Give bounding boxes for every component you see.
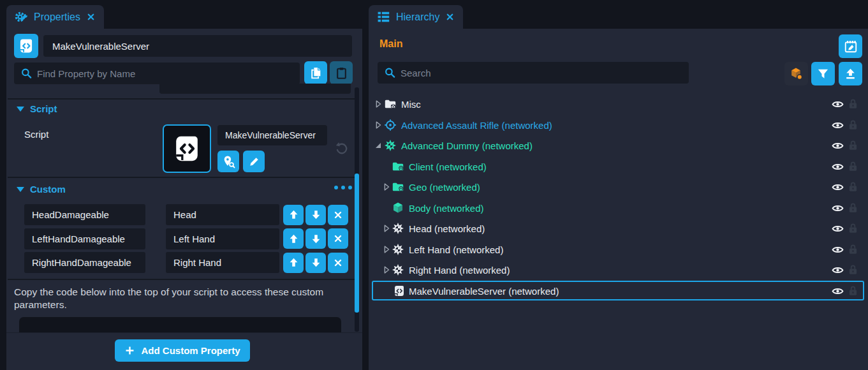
collapse-triangle-icon bbox=[17, 187, 24, 192]
custom-help-text: Copy the code below into the top of your… bbox=[14, 286, 348, 311]
lock-icon[interactable] bbox=[848, 98, 858, 109]
script-name-input[interactable] bbox=[43, 35, 352, 57]
paste-properties-button[interactable] bbox=[330, 61, 353, 84]
tree-row-right-hand[interactable]: Right Hand (networked) bbox=[372, 260, 864, 279]
tree-row-client[interactable]: Client (networked) bbox=[372, 156, 864, 176]
publish-button[interactable] bbox=[839, 62, 862, 85]
lock-icon[interactable] bbox=[848, 161, 858, 172]
tree-row-head[interactable]: Head (networked) bbox=[372, 218, 864, 238]
eye-icon[interactable] bbox=[832, 121, 844, 130]
dummy-burst-icon bbox=[392, 263, 404, 276]
pin-search-icon bbox=[222, 155, 235, 168]
more-options-icon[interactable] bbox=[334, 186, 352, 189]
down-arrow-icon bbox=[310, 256, 322, 269]
eye-icon[interactable] bbox=[832, 265, 844, 275]
locate-script-button[interactable] bbox=[217, 151, 239, 172]
lock-icon[interactable] bbox=[848, 202, 858, 213]
lock-icon[interactable] bbox=[848, 264, 858, 275]
add-custom-property-button[interactable]: Add Custom Property bbox=[115, 339, 250, 362]
script-section-title: Script bbox=[30, 103, 57, 114]
package-button[interactable] bbox=[784, 62, 808, 85]
custom-section-header[interactable]: Custom bbox=[17, 184, 66, 195]
eye-icon[interactable] bbox=[832, 286, 844, 296]
move-down-button[interactable] bbox=[305, 253, 326, 273]
expander-collapsed-icon[interactable] bbox=[381, 223, 392, 233]
eye-icon[interactable] bbox=[832, 204, 844, 213]
lock-icon[interactable] bbox=[848, 244, 858, 255]
divider bbox=[8, 279, 356, 280]
tree-row-label: Advanced Dummy (networked) bbox=[401, 140, 533, 151]
scrollbar-thumb[interactable] bbox=[355, 174, 359, 313]
filter-button[interactable] bbox=[811, 62, 835, 85]
scrollbar-track[interactable] bbox=[355, 87, 359, 332]
move-up-button[interactable] bbox=[283, 253, 304, 273]
remove-button[interactable] bbox=[328, 253, 348, 273]
clipped-property-field bbox=[159, 84, 351, 94]
custom-name-field[interactable]: LeftHandDamageable bbox=[24, 228, 145, 249]
lock-icon[interactable] bbox=[848, 181, 858, 192]
tab-hierarchy[interactable]: Hierarchy bbox=[369, 5, 463, 29]
move-up-button[interactable] bbox=[283, 205, 304, 225]
tree-row-misc[interactable]: Misc bbox=[372, 94, 864, 114]
close-icon[interactable] bbox=[86, 12, 96, 22]
tree-row-body[interactable]: Body (networked) bbox=[372, 198, 864, 218]
cross-icon bbox=[333, 258, 343, 268]
tab-properties[interactable]: Properties bbox=[6, 5, 104, 29]
script-scroll-icon bbox=[393, 285, 406, 297]
collapse-triangle-icon bbox=[17, 107, 24, 112]
cube-icon bbox=[392, 202, 404, 214]
expander-expanded-icon[interactable] bbox=[373, 140, 383, 151]
move-down-button[interactable] bbox=[305, 228, 326, 249]
tree-row-makevulnerableserver[interactable]: MakeVulnerableServer (networked) bbox=[372, 281, 864, 300]
eye-icon[interactable] bbox=[832, 100, 844, 109]
down-arrow-icon bbox=[310, 233, 322, 245]
up-arrow-icon bbox=[288, 233, 300, 245]
lock-icon[interactable] bbox=[848, 140, 858, 151]
remove-button[interactable] bbox=[328, 228, 348, 249]
code-snippet-box bbox=[19, 317, 341, 332]
tree-list-icon bbox=[377, 10, 390, 24]
custom-value-field[interactable]: Left Hand bbox=[166, 228, 279, 249]
clipboard-icon bbox=[335, 66, 348, 80]
tree-row-advanced-dummy[interactable]: Advanced Dummy (networked) bbox=[372, 135, 864, 155]
lock-icon[interactable] bbox=[848, 119, 858, 130]
eye-icon[interactable] bbox=[832, 162, 844, 172]
folder-pin-icon bbox=[392, 181, 404, 193]
custom-name-field[interactable]: HeadDamageable bbox=[24, 204, 145, 225]
hierarchy-panel-body: Main Misc Advanced Assault Rifl bbox=[369, 29, 868, 370]
lock-icon[interactable] bbox=[848, 223, 858, 233]
expander-collapsed-icon[interactable] bbox=[381, 265, 392, 275]
expander-collapsed-icon[interactable] bbox=[381, 244, 392, 255]
script-asset-tile[interactable] bbox=[14, 34, 38, 58]
launch-button[interactable] bbox=[839, 34, 862, 58]
script-slot-tile[interactable] bbox=[163, 124, 211, 173]
script-section-header[interactable]: Script bbox=[17, 103, 57, 114]
tree-row-advanced-assault-rifle[interactable]: Advanced Assault Rifle (networked) bbox=[372, 115, 864, 135]
tree-row-geo[interactable]: Geo (networked) bbox=[372, 177, 864, 196]
lock-icon[interactable] bbox=[848, 285, 858, 296]
edit-script-button[interactable] bbox=[243, 151, 265, 172]
eye-icon[interactable] bbox=[832, 141, 844, 151]
remove-button[interactable] bbox=[328, 205, 348, 225]
property-search-input[interactable] bbox=[14, 63, 300, 84]
search-icon bbox=[20, 68, 33, 80]
copy-properties-button[interactable] bbox=[304, 61, 327, 84]
tree-row-left-hand[interactable]: Left Hand (networked) bbox=[372, 239, 864, 259]
eye-icon[interactable] bbox=[832, 182, 844, 192]
custom-value-field[interactable]: Right Hand bbox=[166, 252, 279, 273]
expander-collapsed-icon[interactable] bbox=[373, 120, 383, 130]
hierarchy-search-wrap bbox=[378, 62, 689, 84]
move-down-button[interactable] bbox=[305, 205, 326, 225]
expander-collapsed-icon[interactable] bbox=[381, 182, 392, 192]
move-up-button[interactable] bbox=[283, 228, 304, 249]
custom-value-field[interactable]: Head bbox=[166, 204, 279, 225]
expander-collapsed-icon[interactable] bbox=[373, 99, 383, 109]
plus-icon bbox=[124, 345, 135, 356]
custom-name-field[interactable]: RightHandDamageable bbox=[24, 252, 145, 273]
orange-cube-icon bbox=[790, 67, 803, 80]
eye-icon[interactable] bbox=[832, 245, 844, 255]
close-icon[interactable] bbox=[445, 12, 455, 22]
hierarchy-search-input[interactable] bbox=[378, 62, 689, 84]
eye-icon[interactable] bbox=[832, 224, 844, 233]
undo-arrow-icon[interactable] bbox=[335, 142, 349, 156]
